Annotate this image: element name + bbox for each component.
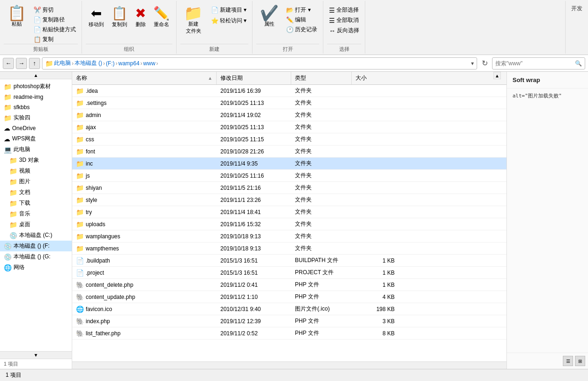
forward-button[interactable]: →	[16, 58, 27, 69]
sidebar-item-3d[interactable]: 📁3D 对象	[0, 155, 72, 166]
soft-wrap-label: Soft wrap	[507, 72, 588, 89]
table-row[interactable]: 📁wamplangues 2019/10/18 9:13 文件夹	[72, 230, 506, 242]
table-row[interactable]: 📁wampthemes 2019/10/18 9:13 文件夹	[72, 242, 506, 255]
move-to-button[interactable]: ⬅ 移动到	[86, 4, 107, 30]
sidebar-scroll-down[interactable]: ▼	[0, 351, 72, 359]
sidebar-item-documents[interactable]: 📁文档	[0, 187, 72, 198]
sidebar-item-wps[interactable]: ☁WPS网盘	[0, 133, 72, 144]
sidebar-item-this-pc[interactable]: 💻此电脑	[0, 144, 72, 155]
table-row[interactable]: 📁try 2019/11/4 18:41 文件夹	[72, 206, 506, 218]
col-header-size[interactable]: 大小	[352, 72, 398, 84]
sort-icon: ▲	[208, 76, 212, 81]
list-view-icon[interactable]: ☰	[563, 356, 573, 366]
cell-name: 📁wampthemes	[72, 245, 217, 252]
table-row[interactable]: 📁.settings 2019/10/25 11:13 文件夹	[72, 97, 506, 109]
up-button[interactable]: ↑	[29, 58, 40, 69]
breadcrumb-sep-5: ›	[156, 60, 158, 67]
search-icon[interactable]: 🔍	[575, 60, 582, 67]
disk-icon: 💿	[9, 232, 17, 239]
breadcrumb-item-computer[interactable]: 此电脑	[54, 59, 71, 67]
cell-type: 文件夹	[291, 220, 352, 228]
file-list: ▲ 名称 ▲ 修改日期 类型 大小 📁.idea 2019/11	[72, 72, 506, 369]
sidebar-scroll-up[interactable]: ▲	[0, 72, 72, 79]
cell-date: 2019/10/25 11:15	[217, 136, 291, 143]
copy-button[interactable]: 📋复制	[32, 35, 78, 44]
back-button[interactable]: ←	[3, 58, 14, 69]
folder-icon: 📁	[9, 178, 17, 186]
open-button[interactable]: 📂打开 ▾	[284, 6, 319, 14]
cell-name: 📁try	[72, 208, 217, 216]
col-header-name[interactable]: 名称 ▲	[72, 72, 217, 84]
breadcrumb-item-disk[interactable]: 本地磁盘 ()	[75, 59, 102, 67]
table-row[interactable]: 📁shiyan 2019/11/5 21:16 文件夹	[72, 182, 506, 194]
sidebar-item-readme-img[interactable]: 📁readme-img	[0, 92, 72, 102]
breadcrumb-dropdown-icon[interactable]: ▾	[471, 60, 474, 67]
sidebar-item-disk-f[interactable]: 💿本地磁盘 () (F:	[0, 241, 72, 251]
cell-type: BUILDPATH 文件	[291, 256, 352, 264]
sidebar-item-video[interactable]: 📁视频	[0, 166, 72, 176]
sidebar-item-music[interactable]: 📁音乐	[0, 208, 72, 219]
sidebar-item-pictures[interactable]: 📁图片	[0, 176, 72, 187]
table-row[interactable]: 📁style 2019/11/1 23:26 文件夹	[72, 194, 506, 206]
rename-button[interactable]: ✏️ 重命名	[150, 4, 172, 30]
new-group-label: 新建	[180, 44, 248, 53]
table-row[interactable]: 📁css 2019/10/25 11:15 文件夹	[72, 133, 506, 145]
copy-path-button[interactable]: 📄复制路径	[32, 15, 78, 24]
select-all-button[interactable]: ☰全部选择	[327, 6, 361, 14]
cell-date: 2019/10/25 11:13	[217, 100, 291, 106]
table-row[interactable]: 📁.idea 2019/11/6 16:39 文件夹	[72, 85, 506, 97]
sidebar-item-disk-g[interactable]: 💿本地磁盘 () (G:	[0, 251, 72, 262]
history-button[interactable]: 🕐历史记录	[284, 25, 319, 34]
sidebar-item-network[interactable]: 🌐网络	[0, 262, 72, 273]
paste-shortcut-button[interactable]: 📄粘贴快捷方式	[32, 25, 78, 34]
breadcrumb-sep-3: ›	[116, 60, 117, 67]
sidebar-item-sfkbbs[interactable]: 📁sfkbbs	[0, 102, 72, 112]
refresh-button[interactable]: ↻	[479, 58, 490, 69]
table-row[interactable]: 🐘list_father.php 2019/11/2 0:52 PHP 文件 8…	[72, 327, 506, 339]
sidebar-item-downloads[interactable]: 📁下载	[0, 198, 72, 208]
table-row[interactable]: 📁admin 2019/11/4 19:02 文件夹	[72, 109, 506, 121]
table-row[interactable]: 🐘index.php 2019/11/2 12:39 PHP 文件 3 KB	[72, 315, 506, 327]
table-row[interactable]: 📄.buildpath 2015/1/3 16:51 BUILDPATH 文件 …	[72, 255, 506, 267]
col-header-date[interactable]: 修改日期	[217, 72, 291, 84]
table-row[interactable]: 🌐favicon.ico 2010/12/31 9:40 图片文件(.ico) …	[72, 303, 506, 315]
table-row[interactable]: 📁js 2019/10/25 11:16 文件夹	[72, 170, 506, 182]
breadcrumb[interactable]: 📁 此电脑 › 本地磁盘 () › (F:) › wamp64 › www › …	[42, 57, 477, 69]
new-folder-button[interactable]: 📁 新建文件夹	[180, 4, 206, 36]
select-none-button[interactable]: ☰全部取消	[327, 16, 361, 25]
computer-icon: 💻	[4, 146, 12, 153]
search-box[interactable]: 🔍	[492, 57, 585, 69]
table-row[interactable]: 📁font 2019/10/28 21:26 文件夹	[72, 145, 506, 158]
sidebar-item-disk-c[interactable]: 💿本地磁盘 (C:)	[0, 230, 72, 241]
new-item-button[interactable]: 📄新建项目 ▾	[209, 6, 248, 14]
breadcrumb-item-www[interactable]: www	[143, 60, 155, 67]
sidebar-item-photoshop[interactable]: 📁photoshop素材	[0, 81, 72, 92]
copy-to-button[interactable]: 📋 复制到	[109, 4, 130, 30]
table-row[interactable]: 📄.project 2015/1/3 16:51 PROJECT 文件 1 KB	[72, 267, 506, 279]
delete-button[interactable]: ✖ 删除	[132, 4, 149, 30]
sidebar-item-experiment4[interactable]: 📁实验四	[0, 112, 72, 123]
cell-type: 文件夹	[291, 147, 352, 155]
sidebar-status: 1 项目	[0, 359, 72, 369]
cell-name: 🐘index.php	[72, 318, 217, 325]
table-row[interactable]: 🐘content_update.php 2019/11/2 1:10 PHP 文…	[72, 291, 506, 303]
edit-button[interactable]: ✏️编辑	[284, 15, 319, 24]
table-row-selected[interactable]: 📁inc 2019/11/4 9:35 文件夹	[72, 158, 506, 170]
grid-view-icon[interactable]: ⊞	[575, 356, 585, 366]
sidebar-item-desktop[interactable]: 📁桌面	[0, 219, 72, 230]
sidebar-item-onedrive[interactable]: ☁OneDrive	[0, 123, 72, 133]
properties-button[interactable]: ✔️ 属性	[256, 4, 282, 29]
breadcrumb-item-wamp64[interactable]: wamp64	[118, 60, 139, 67]
clipboard-group-label: 剪贴板	[4, 44, 78, 53]
search-input[interactable]	[495, 60, 573, 67]
easy-access-button[interactable]: ⭐轻松访问 ▾	[209, 16, 248, 25]
invert-selection-button[interactable]: ↔反向选择	[327, 26, 361, 35]
table-row[interactable]: 📁uploads 2019/11/6 15:32 文件夹	[72, 218, 506, 230]
status-bar: 1 项目	[0, 369, 588, 381]
col-header-type[interactable]: 类型	[291, 72, 352, 84]
breadcrumb-item-drive[interactable]: (F:)	[106, 60, 115, 67]
table-row[interactable]: 📁ajax 2019/10/25 11:13 文件夹	[72, 121, 506, 133]
paste-button[interactable]: 📋 粘贴	[4, 4, 30, 29]
cut-button[interactable]: ✂️剪切	[32, 6, 78, 14]
table-row[interactable]: 🐘content_delete.php 2019/11/2 0:41 PHP 文…	[72, 279, 506, 291]
